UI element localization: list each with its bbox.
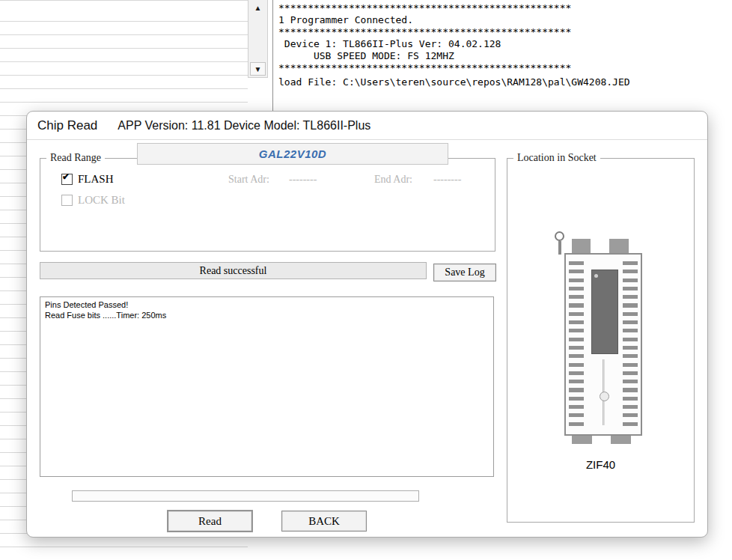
start-adr-label: Start Adr: (228, 174, 269, 186)
log-console: ****************************************… (272, 0, 732, 111)
up-arrow-icon: ▲ (254, 4, 262, 12)
operation-log: Pins Detected Passed! Read Fuse bits ...… (40, 296, 494, 477)
socket-type-label: ZIF40 (507, 458, 694, 471)
down-arrow-icon: ▼ (254, 65, 262, 73)
dialog-header: Chip Read APP Version: 11.81 Device Mode… (27, 112, 707, 140)
zif-socket-graphic (564, 253, 642, 436)
console-line: ****************************************… (278, 26, 732, 38)
end-adr-label: End Adr: (374, 174, 412, 186)
check-icon: ✔ (62, 171, 70, 182)
lock-bit-checkbox (61, 195, 73, 206)
flash-checkbox[interactable]: ✔ (61, 174, 73, 185)
back-button[interactable]: BACK (281, 511, 367, 532)
zif-pins-right (623, 261, 638, 430)
lock-bit-checkbox-row: LOCK Bit (61, 194, 125, 207)
read-range-legend: Read Range (46, 152, 105, 164)
status-text: Read successful (200, 265, 267, 277)
log-line: Pins Detected Passed! (45, 299, 489, 310)
console-line: ****************************************… (278, 2, 732, 14)
console-line: 1 Programmer Connected. (278, 14, 732, 26)
progress-bar (72, 490, 419, 502)
chip-pin1-dot (594, 274, 598, 278)
zif-lever-icon (555, 231, 564, 241)
scroll-up-button[interactable]: ▲ (250, 1, 266, 13)
read-range-group: Read Range ✔ FLASH LOCK Bit Start Adr: -… (40, 158, 495, 252)
dialog-subtitle: APP Version: 11.81 Device Model: TL866II… (118, 119, 370, 133)
zif-screw-icon (600, 392, 609, 401)
chip-read-dialog: Chip Read APP Version: 11.81 Device Mode… (26, 111, 708, 538)
save-log-button[interactable]: Save Log (433, 264, 496, 281)
console-line: Device 1: TL866II-Plus Ver: 04.02.128 (278, 38, 732, 50)
location-in-socket-legend: Location in Socket (513, 152, 600, 164)
zif-lever-stem (558, 241, 561, 255)
selected-chip-name: GAL22V10D (137, 143, 448, 165)
dialog-title: Chip Read (37, 118, 97, 133)
start-adr-value: -------- (289, 174, 317, 186)
background-scrollbar[interactable]: ▲ ▼ (248, 0, 268, 78)
scroll-down-button[interactable]: ▼ (250, 62, 266, 76)
read-button[interactable]: Read (168, 511, 252, 532)
zif-pins-left (569, 261, 584, 430)
end-adr-value: -------- (433, 174, 461, 186)
inserted-chip-graphic (591, 270, 618, 354)
status-bar: Read successful (40, 262, 427, 279)
flash-checkbox-row[interactable]: ✔ FLASH (61, 173, 114, 186)
screen: ▲ ▼ ************************************… (0, 0, 732, 560)
console-line: USB SPEED MODE: FS 12MHZ (278, 50, 732, 62)
console-line: load File: C:\Users\teren\source\repos\R… (278, 76, 732, 88)
location-in-socket-group: Location in Socket ZIF40 (507, 158, 695, 523)
log-line: Read Fuse bits ......Timer: 250ms (45, 310, 489, 320)
lock-bit-checkbox-label: LOCK Bit (78, 194, 125, 207)
console-line: ****************************************… (278, 62, 732, 74)
flash-checkbox-label: FLASH (78, 173, 114, 186)
